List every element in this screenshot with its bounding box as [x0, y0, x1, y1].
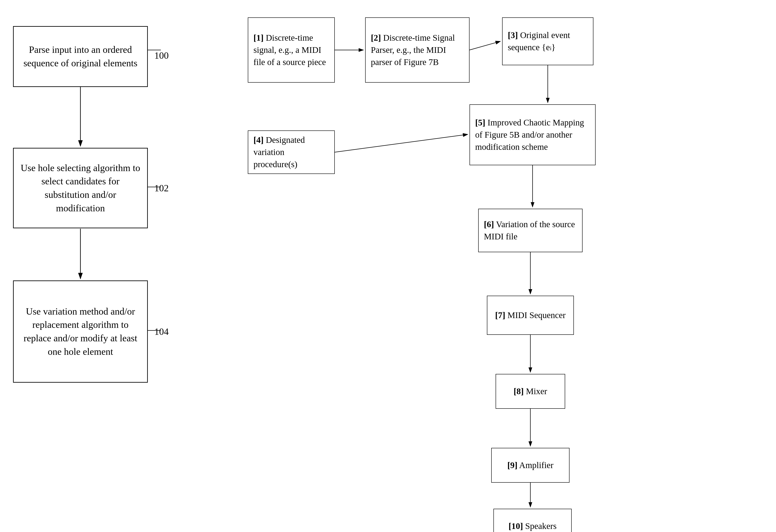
box-2-content: Discrete-time Signal Parser, e.g., the M… — [371, 33, 455, 67]
box-6: [6] Variation of the source MIDI file — [478, 209, 583, 252]
box-102: Use hole selecting algorithm to select c… — [13, 148, 148, 228]
box-100: Parse input into an ordered sequence of … — [13, 26, 148, 87]
box-8-content: Mixer — [526, 386, 547, 396]
box-10-text: [10] Speakers — [509, 520, 557, 532]
box-4-num: [4] — [253, 135, 264, 145]
box-102-text: Use hole selecting algorithm to select c… — [20, 161, 141, 215]
box-4: [4] Designated variation procedure(s) — [248, 131, 335, 174]
box-104: Use variation method and/or replacement … — [13, 281, 148, 383]
box-7: [7] MIDI Sequencer — [487, 296, 574, 335]
box-1: [1] Discrete-time signal, e.g., a MIDI f… — [248, 17, 335, 82]
box-5-content: Improved Chaotic Mapping of Figure 5B an… — [475, 118, 584, 152]
box-2: [2] Discrete-time Signal Parser, e.g., t… — [365, 17, 469, 82]
box-10-num: [10] — [509, 521, 523, 531]
box-3-num: [3] — [508, 30, 518, 40]
box-1-text: [1] Discrete-time signal, e.g., a MIDI f… — [253, 32, 329, 68]
box-6-content: Variation of the source MIDI file — [484, 219, 575, 241]
box-5-text: [5] Improved Chaotic Mapping of Figure 5… — [475, 117, 590, 153]
box-9: [9] Amplifier — [491, 448, 570, 483]
box-10-content: Speakers — [525, 521, 557, 531]
box-4-text: [4] Designated variation procedure(s) — [253, 134, 329, 170]
box-10: [10] Speakers — [494, 509, 572, 532]
box-7-text: [7] MIDI Sequencer — [495, 309, 566, 321]
box-2-text: [2] Discrete-time Signal Parser, e.g., t… — [371, 32, 464, 68]
label-100: 100 — [154, 50, 169, 61]
box-6-num: [6] — [484, 219, 494, 229]
box-2-num: [2] — [371, 33, 381, 43]
box-7-content: MIDI Sequencer — [507, 310, 566, 320]
diagram: Parse input into an ordered sequence of … — [0, 0, 776, 532]
box-3-text: [3] Original event sequence {eᵢ} — [508, 29, 588, 53]
box-9-content: Amplifier — [519, 460, 553, 470]
box-1-num: [1] — [253, 33, 264, 43]
box-5-num: [5] — [475, 118, 486, 127]
box-1-content: Discrete-time signal, e.g., a MIDI file … — [253, 33, 326, 67]
box-8: [8] Mixer — [496, 374, 565, 409]
arrow-2-3 — [469, 41, 501, 50]
box-104-text: Use variation method and/or replacement … — [20, 305, 141, 358]
box-6-text: [6] Variation of the source MIDI file — [484, 218, 577, 243]
arrow-4-5 — [335, 134, 468, 152]
label-102: 102 — [154, 183, 169, 194]
box-8-text: [8] Mixer — [514, 385, 547, 397]
box-9-text: [9] Amplifier — [507, 459, 553, 471]
box-5: [5] Improved Chaotic Mapping of Figure 5… — [469, 104, 596, 165]
box-8-num: [8] — [514, 386, 524, 396]
box-3: [3] Original event sequence {eᵢ} — [502, 17, 593, 65]
box-100-text: Parse input into an ordered sequence of … — [20, 43, 141, 70]
box-9-num: [9] — [507, 460, 518, 470]
box-7-num: [7] — [495, 310, 506, 320]
label-104: 104 — [154, 326, 169, 337]
